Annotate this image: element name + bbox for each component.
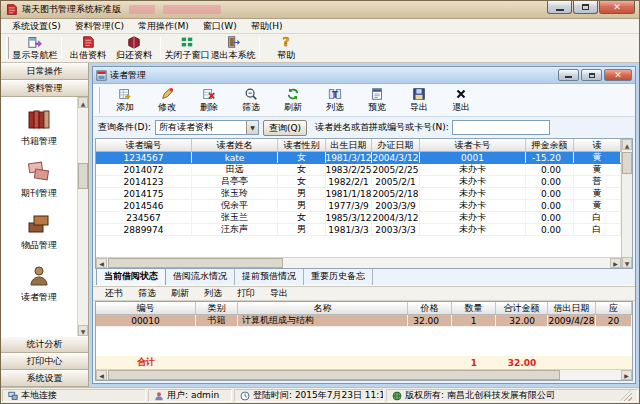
scroll-left-icon[interactable]: ◀ <box>96 370 107 380</box>
scroll-down-icon[interactable]: ▼ <box>622 257 632 268</box>
borrow-column-header[interactable]: 类别 <box>196 302 238 314</box>
reader-toolbar-filter[interactable]: 筛选 <box>230 87 272 114</box>
scroll-down-icon[interactable]: ▼ <box>78 325 88 336</box>
scroll-up-icon[interactable]: ▲ <box>622 139 632 150</box>
maximize-button[interactable] <box>573 1 598 14</box>
borrow-action-1[interactable]: 还书 <box>105 287 123 300</box>
reader-column-header[interactable]: 办证日期 <box>372 139 420 151</box>
scroll-thumb[interactable] <box>622 152 632 174</box>
borrow-column-header[interactable]: 价格 <box>408 302 452 314</box>
tab-3[interactable]: 提前预借情况 <box>235 269 304 285</box>
total-cell <box>196 356 238 369</box>
toolbar-button-nav-panel[interactable]: 显示导航栏 <box>12 34 58 62</box>
reader-table: 读者编号读者姓名读者性别出生日期办证日期读者卡号押金余额读 1234567kat… <box>95 138 633 269</box>
menu-item-2[interactable]: 资料管理(C) <box>68 20 131 33</box>
menu-item-1[interactable]: 系统设置(S) <box>5 20 68 33</box>
borrow-action-4[interactable]: 列选 <box>204 287 222 300</box>
toolbar-button-return-book[interactable]: 归还资料 <box>111 34 157 62</box>
borrow-column-header[interactable]: 应 <box>596 302 632 314</box>
toolbar-label: 退出本系统 <box>211 49 256 62</box>
toolbar-grip[interactable] <box>6 37 9 59</box>
table-row[interactable]: 2014072田远女1983/2/252005/2/25未办卡0.00黄 <box>96 164 621 176</box>
borrow-column-header[interactable]: 借出日期 <box>548 302 596 314</box>
cell: 1982/2/1 <box>326 176 372 187</box>
reader-toolbar-columns[interactable]: T列选 <box>314 87 356 114</box>
reader-column-header[interactable]: 读 <box>574 139 621 151</box>
detail-tabs: 当前借阅状态借阅流水情况提前预借情况重要历史备忘 <box>93 269 635 286</box>
reader-vscrollbar[interactable]: ▲ ▼ <box>621 139 632 268</box>
borrow-column-header[interactable]: 数量 <box>452 302 496 314</box>
scroll-right-icon[interactable]: ▶ <box>610 258 621 268</box>
reader-toolbar-export[interactable]: 导出 <box>398 87 440 114</box>
reader-column-header[interactable]: 读者姓名 <box>192 139 278 151</box>
borrow-column-header[interactable]: 名称 <box>238 302 408 314</box>
child-maximize-button[interactable] <box>581 69 602 81</box>
toolbar-separator <box>160 37 161 59</box>
toolbar-button-close-child[interactable]: 关闭子窗口 <box>164 34 210 62</box>
toolbar-button-lend-book[interactable]: 出借资料 <box>65 34 111 62</box>
reader-column-header[interactable]: 押金余额 <box>526 139 574 151</box>
sidebar-item-books[interactable]: 书籍管理 <box>21 107 57 148</box>
tab-4[interactable]: 重要历史备忘 <box>304 269 373 285</box>
close-button[interactable]: ✕ <box>599 1 635 14</box>
sidebar-group-1[interactable]: 日常操作 <box>1 63 88 80</box>
table-row[interactable]: 2014175张玉玲男1981/1/182005/2/18未办卡0.00黄 <box>96 188 621 200</box>
sidebar-group-bottom-1[interactable]: 统计分析 <box>1 336 88 353</box>
table-row[interactable]: 2889974汪东声男1981/3/32003/3/3未办卡0.00白 <box>96 224 621 236</box>
return-book-icon <box>127 35 141 49</box>
table-row[interactable]: 1234567kate女1981/3/122004/3/120001-15.20… <box>96 152 621 164</box>
child-close-button[interactable]: ✕ <box>604 69 632 81</box>
tab-1[interactable]: 当前借阅状态 <box>96 268 166 285</box>
query-button[interactable]: 查询(Q) <box>263 120 307 136</box>
sidebar-item-items[interactable]: 物品管理 <box>21 211 57 252</box>
sidebar-group-bottom-2[interactable]: 打印中心 <box>1 353 88 370</box>
toolbar-button-help[interactable]: ?帮助 <box>263 34 309 62</box>
reader-toolbar-refresh[interactable]: 刷新 <box>272 87 314 114</box>
borrow-action-6[interactable]: 导出 <box>270 287 288 300</box>
tab-2[interactable]: 借阅流水情况 <box>166 269 235 285</box>
cell: 1977/3/9 <box>326 200 372 211</box>
menu-item-4[interactable]: 窗口(W) <box>196 20 244 33</box>
menu-item-3[interactable]: 常用操作(M) <box>131 20 196 33</box>
reader-toolbar-edit[interactable]: 修改 <box>146 87 188 114</box>
borrow-hscrollbar[interactable]: ◀ ▶ <box>96 369 632 380</box>
toolbar-button-exit-system[interactable]: 退出本系统 <box>210 34 256 62</box>
search-input[interactable] <box>452 120 550 135</box>
reader-toolbar-add[interactable]: 添加 <box>104 87 146 114</box>
reader-column-header[interactable]: 出生日期 <box>326 139 372 151</box>
reader-column-header[interactable]: 读者编号 <box>96 139 192 151</box>
toolbar-grip[interactable] <box>97 87 100 113</box>
resize-grip[interactable] <box>620 389 632 401</box>
table-row[interactable]: 234567张玉兰女1985/3/122004/3/12未办卡0.00白 <box>96 212 621 224</box>
table-row[interactable]: 2014546倪余平男1977/3/92003/3/9未办卡0.00黄 <box>96 200 621 212</box>
reader-column-header[interactable]: 读者卡号 <box>420 139 526 151</box>
reader-toolbar-exit[interactable]: 退出 <box>440 87 482 114</box>
borrow-column-header[interactable]: 合计金额 <box>496 302 548 314</box>
query-condition-select[interactable]: 所有读者资料 ▼ <box>155 120 259 135</box>
sidebar-item-reader[interactable]: 读者管理 <box>21 263 57 304</box>
borrow-action-2[interactable]: 筛选 <box>138 287 156 300</box>
minimize-button[interactable] <box>547 1 572 14</box>
child-minimize-button[interactable] <box>558 69 579 81</box>
table-row[interactable]: 00010书籍计算机组成与结构32.00132.002009/4/2820 <box>96 315 632 327</box>
scroll-left-icon[interactable]: ◀ <box>96 258 107 268</box>
menu-item-5[interactable]: 帮助(H) <box>244 20 290 33</box>
scroll-thumb[interactable] <box>108 370 560 380</box>
scroll-up-icon[interactable]: ▲ <box>78 97 88 108</box>
sidebar-group-2[interactable]: 资料管理 <box>1 80 88 97</box>
table-row[interactable]: 2014123吕亭亭女1982/2/12005/2/1未办卡0.00普 <box>96 176 621 188</box>
scroll-thumb[interactable] <box>78 163 88 189</box>
scroll-right-icon[interactable]: ▶ <box>621 370 632 380</box>
reader-column-header[interactable]: 读者性别 <box>278 139 326 151</box>
sidebar-scrollbar[interactable]: ▲ ▼ <box>77 97 88 336</box>
sidebar-group-bottom-3[interactable]: 系统设置 <box>1 370 88 387</box>
borrow-column-header[interactable]: 编号 <box>96 302 196 314</box>
borrow-action-3[interactable]: 刷新 <box>171 287 189 300</box>
scroll-thumb[interactable] <box>108 258 283 268</box>
borrow-action-5[interactable]: 打印 <box>237 287 255 300</box>
sidebar-item-journals[interactable]: 期刊管理 <box>21 159 57 200</box>
reader-toolbar-delete[interactable]: 删除 <box>188 87 230 114</box>
chevron-down-icon[interactable]: ▼ <box>246 121 258 134</box>
reader-toolbar-preview[interactable]: 预览 <box>356 87 398 114</box>
reader-hscrollbar[interactable]: ◀ ▶ <box>96 257 621 268</box>
